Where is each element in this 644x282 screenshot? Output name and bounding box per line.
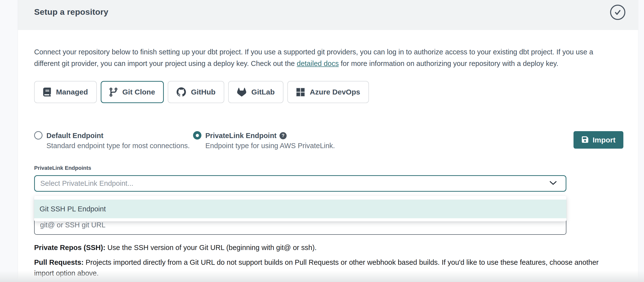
book-icon (43, 88, 51, 96)
help-icon[interactable]: ? (280, 132, 287, 139)
privatelink-select-placeholder: Select PrivateLink Endpoint... (40, 179, 133, 188)
privatelink-dropdown: Git SSH PL Endpoint (34, 196, 566, 221)
github-icon (176, 87, 186, 97)
panel-header: Setup a repository (18, 0, 638, 30)
intro-text-after: for more information on authorizing your… (339, 60, 558, 67)
note-private-repos: Private Repos (SSH): Use the SSH version… (34, 242, 606, 253)
detailed-docs-link[interactable]: detailed docs (297, 60, 339, 67)
tab-github-label: GitHub (191, 88, 216, 96)
privatelink-endpoint-label: PrivateLink Endpoint (205, 131, 276, 140)
tab-azure-devops[interactable]: Azure DevOps (287, 81, 369, 103)
setup-repository-page: Setup a repository Connect your reposito… (0, 0, 644, 282)
dropdown-option-git-ssh-pl-endpoint[interactable]: Git SSH PL Endpoint (34, 200, 566, 218)
chevron-down-icon[interactable] (550, 181, 557, 186)
save-icon (581, 136, 589, 144)
provider-tabs: Managed Git Clone GitHub (34, 81, 638, 103)
privatelink-endpoints-label: PrivateLink Endpoints (34, 165, 638, 171)
step-complete-check-icon (610, 5, 625, 20)
tab-managed[interactable]: Managed (34, 81, 97, 103)
radio-privatelink-endpoint[interactable]: PrivateLink Endpoint ? Endpoint type for… (193, 131, 335, 151)
git-url-input[interactable] (40, 221, 560, 229)
note-private-repos-bold: Private Repos (SSH): (34, 244, 105, 251)
import-button-label: Import (593, 136, 616, 144)
right-edge-strip (638, 0, 644, 282)
note-private-repos-text: Use the SSH version of your Git URL (beg… (105, 244, 316, 251)
import-button[interactable]: Import (574, 131, 623, 149)
git-branch-icon (110, 88, 118, 97)
radio-unselected-icon[interactable] (34, 131, 42, 139)
privatelink-combo-area: Select PrivateLink Endpoint... Git SSH P… (34, 175, 566, 235)
intro-paragraph: Connect your repository below to finish … (34, 46, 616, 69)
gitlab-icon (237, 88, 246, 97)
default-endpoint-label: Default Endpoint (46, 131, 104, 140)
notes-section: Private Repos (SSH): Use the SSH version… (34, 242, 623, 278)
tab-azure-devops-label: Azure DevOps (310, 88, 360, 96)
tab-github[interactable]: GitHub (168, 81, 224, 103)
tab-gitlab-label: GitLab (251, 88, 274, 96)
note-pull-requests-bold: Pull Requests: (34, 258, 84, 266)
privatelink-endpoint-description: Endpoint type for using AWS PrivateLink. (205, 141, 335, 151)
panel-body: Connect your repository below to finish … (18, 46, 638, 278)
tab-git-clone[interactable]: Git Clone (101, 81, 164, 103)
note-pull-requests-text: Projects imported directly from a Git UR… (34, 258, 598, 277)
setup-repository-panel: Setup a repository Connect your reposito… (18, 0, 638, 282)
privatelink-select[interactable]: Select PrivateLink Endpoint... (34, 175, 566, 192)
azure-devops-icon (296, 88, 305, 96)
tab-git-clone-label: Git Clone (122, 88, 155, 96)
endpoint-type-row: Default Endpoint Standard endpoint type … (34, 131, 623, 151)
note-pull-requests: Pull Requests: Projects imported directl… (34, 257, 606, 278)
radio-selected-icon[interactable] (193, 131, 202, 139)
left-edge-strip (0, 0, 18, 282)
tab-managed-label: Managed (56, 88, 88, 96)
page-title: Setup a repository (34, 4, 108, 20)
tab-gitlab[interactable]: GitLab (228, 81, 284, 103)
radio-default-endpoint[interactable]: Default Endpoint Standard endpoint type … (34, 131, 193, 151)
default-endpoint-description: Standard endpoint type for most connecti… (46, 141, 190, 151)
